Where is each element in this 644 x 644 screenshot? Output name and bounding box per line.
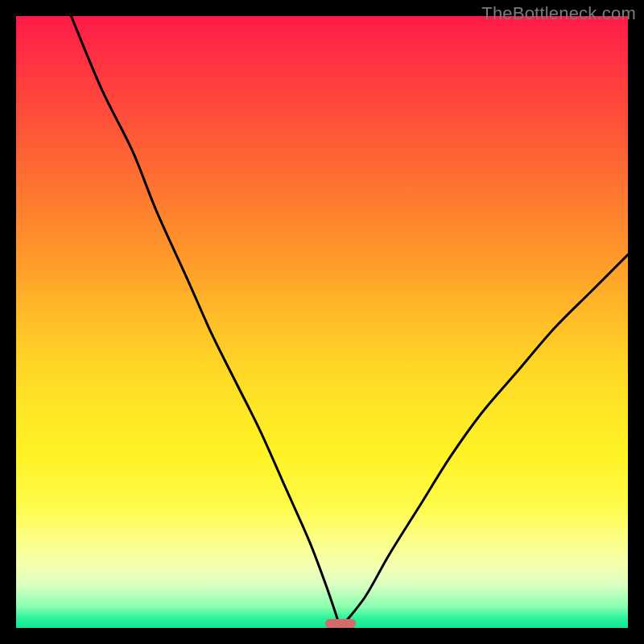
watermark-text: TheBottleneck.com <box>481 3 636 24</box>
bottleneck-curve <box>16 16 628 628</box>
curve-right-branch <box>341 254 628 628</box>
optimum-marker <box>325 619 356 628</box>
plot-area <box>16 16 628 628</box>
chart-frame: TheBottleneck.com <box>0 0 644 644</box>
curve-left-branch <box>71 16 340 628</box>
